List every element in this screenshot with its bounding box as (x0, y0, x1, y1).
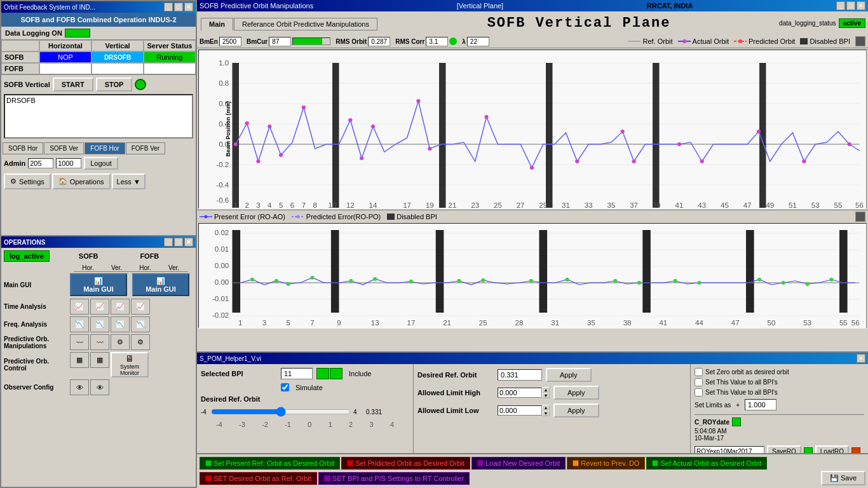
set-desired-ref-btn[interactable]: SET Desired Orbit as Ref. Orbit (200, 472, 317, 485)
set-predicted-desired-btn[interactable]: Set Pridicted Orbit as Desired Orbit (341, 457, 470, 470)
spin-up-btn[interactable]: ▲ (542, 387, 550, 393)
pred-ctrl-icon-2[interactable]: ▦ (90, 352, 109, 368)
main-close-btn[interactable]: ✕ (857, 1, 865, 10)
chart-settings-btn[interactable] (855, 36, 865, 46)
less-button[interactable]: Less ▼ (112, 173, 146, 189)
freq-icon-1[interactable]: 📉 (70, 316, 89, 332)
apply-btn-1[interactable]: Apply (546, 368, 592, 382)
set-bpi-rt-btn[interactable]: SET BPI and P/S Settings to RT Controlle… (318, 472, 470, 485)
ops-minimize-btn[interactable]: _ (164, 238, 173, 247)
load-new-desired-btn[interactable]: Load New Desired Orbit (471, 457, 566, 470)
set-all-bpi-checkbox[interactable] (695, 378, 703, 386)
maximize-btn[interactable]: □ (174, 3, 183, 11)
time-icon-4[interactable]: 📈 (131, 299, 150, 315)
set-limits-row: Set This Value to all BPI's (695, 388, 864, 396)
tab-main[interactable]: Main (201, 18, 233, 30)
set-present-ref-btn[interactable]: Set Present Ref. Orbit as Desired Orbit (200, 457, 340, 470)
main-minimize-btn[interactable]: _ (836, 1, 845, 10)
ops-col-ver2: Ver. (159, 264, 188, 272)
simulate-checkbox[interactable] (281, 383, 289, 391)
freq-analysis-row: Freq. Analysis 📉 📉 📉 📉 (4, 316, 193, 332)
sofb-text-area[interactable]: DRSOFB (4, 94, 193, 139)
logout-button[interactable]: Logout (84, 157, 118, 170)
apply-btn-2[interactable]: Apply (553, 386, 599, 400)
bottom-chart-container: 0.02 0.01 0.00 0.00 -0.01 -0.02 (198, 223, 867, 328)
tab-sofb-hor[interactable]: SOFB Hor (3, 142, 43, 154)
svg-text:43: 43 (698, 201, 706, 209)
obs-icon-1[interactable]: 👁 (70, 379, 89, 395)
data-log-status-label: data_logging_status (779, 20, 836, 27)
svg-point-112 (457, 279, 461, 283)
tab-fofb-hor[interactable]: FOFB Hor (85, 142, 125, 154)
set-zero-row: Set Zero orbit as desired orbit (695, 368, 864, 376)
system-monitor-label: System Monitor (112, 363, 147, 376)
tab-sofb-ver[interactable]: SOFB Ver (44, 142, 84, 154)
ops-maximize-btn[interactable]: □ (174, 238, 183, 247)
save-button-bottom[interactable]: 💾 Save (821, 471, 865, 485)
set-limits-checkbox[interactable] (695, 388, 703, 396)
observer-config-row: Observer Config 👁 👁 (4, 379, 193, 395)
stop-button[interactable]: STOP (96, 78, 133, 92)
limits-val-input[interactable] (745, 399, 776, 410)
fofb-main-gui-btn[interactable]: 📊 Main GUI (132, 273, 189, 296)
bottom-chart-legend-bar: Present Error (RO-AO) Predicted Error(RO… (197, 210, 868, 223)
spin-down-btn[interactable]: ▼ (542, 393, 550, 398)
set-zero-checkbox[interactable] (695, 368, 703, 376)
system-monitor-icon[interactable]: 🖥 System Monitor (111, 352, 149, 377)
allowed-limit-low-input[interactable] (498, 405, 542, 416)
data-logging-bar: Data Logging ON (1, 27, 196, 40)
ops-close-btn[interactable]: ✕ (184, 238, 193, 247)
svg-point-122 (805, 282, 809, 286)
legend-predicted-orbit: Predicted Orbit (734, 37, 795, 45)
svg-text:53: 53 (803, 319, 811, 327)
sofb-main-gui-btn[interactable]: 📊 Main GUI (70, 273, 127, 296)
pred-manip-icon-3[interactable]: ⚙ (111, 334, 130, 350)
apply-btn-3[interactable]: Apply (553, 403, 599, 417)
pred-manip-icon-1[interactable]: 〰 (70, 334, 89, 350)
spin-up-btn-low[interactable]: ▲ (542, 405, 550, 410)
control-buttons-row: ⚙ Settings 🏠 Operations Less ▼ (1, 171, 196, 192)
freq-icon-2[interactable]: 📉 (90, 316, 109, 332)
bottom-legend: Present Error (RO-AO) Predicted Error(RO… (200, 213, 437, 220)
include-label: Include (349, 370, 371, 377)
pred-manip-icon-4[interactable]: ⚙ (131, 334, 150, 350)
svg-point-106 (275, 279, 278, 283)
tab-ref-orbit[interactable]: Referance Orbit Predictive Manipulations (234, 18, 377, 30)
svg-point-29 (256, 159, 260, 163)
close-btn[interactable]: ✕ (184, 3, 193, 11)
pred-manip-icon-2[interactable]: 〰 (90, 334, 109, 350)
minimize-btn[interactable]: _ (164, 3, 173, 11)
desired-ref-orbit-input[interactable] (498, 369, 542, 381)
obs-icon-2[interactable]: 👁 (90, 379, 109, 395)
operations-button[interactable]: 🏠 Operations (52, 173, 111, 189)
spin-down-btn-low[interactable]: ▼ (542, 410, 550, 416)
admin-input-1[interactable] (28, 158, 53, 168)
time-icon-2[interactable]: 📈 (90, 299, 109, 315)
svg-text:31: 31 (562, 201, 570, 209)
pred-ctrl-icon-1[interactable]: ▦ (70, 352, 89, 368)
disabled-bpi-box-bot (387, 214, 395, 220)
freq-icon-3[interactable]: 📉 (111, 316, 130, 332)
helper-close-btn[interactable]: ✕ (857, 354, 865, 363)
revert-prev-do-btn[interactable]: Revert to Prev. DO (567, 457, 645, 470)
time-icon-3[interactable]: 📈 (111, 299, 130, 315)
orbit-slider[interactable] (211, 407, 351, 417)
admin-input-2[interactable] (56, 158, 81, 168)
main-gui-label: Main GUI (4, 281, 67, 288)
time-icon-1[interactable]: 📈 (70, 299, 89, 315)
svg-point-27 (234, 142, 238, 146)
svg-point-117 (637, 281, 641, 285)
freq-icon-4[interactable]: 📉 (131, 316, 150, 332)
set-actual-desired-btn[interactable]: Set Actual Orbit as Desired Orbit (646, 457, 767, 470)
lambda-input[interactable] (467, 37, 489, 46)
settings-button[interactable]: ⚙ Settings (4, 173, 51, 189)
selected-bpi-input[interactable] (281, 368, 313, 379)
start-button[interactable]: START (53, 78, 93, 92)
svg-point-1 (682, 39, 686, 43)
svg-rect-22 (332, 63, 339, 208)
btn4-indicator (573, 460, 579, 466)
tab-fofb-ver[interactable]: FOFB Ver (126, 142, 165, 154)
bottom-chart-settings-btn[interactable] (855, 212, 865, 222)
main-maximize-btn[interactable]: □ (846, 1, 855, 10)
allowed-limit-high-input[interactable] (498, 388, 542, 398)
